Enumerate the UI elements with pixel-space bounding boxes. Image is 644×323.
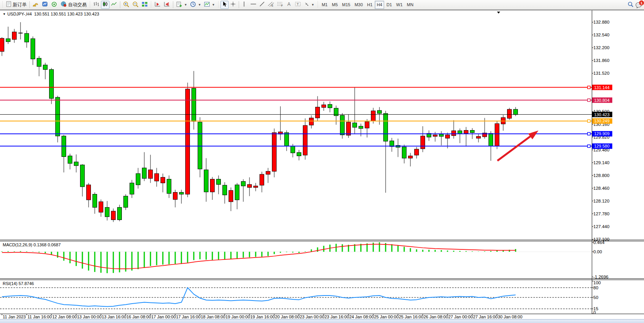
axis-label: 127.440: [593, 224, 610, 229]
bull-candle: [192, 88, 196, 121]
timeframe-button-M5[interactable]: M5: [330, 1, 340, 9]
cursor-button[interactable]: [220, 1, 229, 9]
level-price-badge-text: 129.909: [594, 131, 610, 136]
auto-trade-globe-icon: [60, 1, 67, 8]
bar-chart-type-button[interactable]: [92, 1, 101, 9]
chevron-down-icon: ▼: [212, 3, 215, 7]
time-axis-label: 27 Jan 00:00: [448, 314, 473, 319]
toolbar-drag-handle[interactable]: [217, 1, 219, 8]
time-axis-label: 12 Jan 08:00: [52, 314, 77, 319]
market-watch-button[interactable]: [31, 1, 40, 9]
bull-candle: [285, 132, 289, 146]
template-button[interactable]: ▼: [203, 1, 216, 9]
timeframe-button-H1[interactable]: H1: [365, 1, 374, 9]
bear-candle: [316, 107, 320, 118]
bear-candle: [99, 202, 103, 212]
tile-windows-button[interactable]: [140, 1, 149, 9]
cursor-icon: [222, 1, 227, 8]
arrows-button[interactable]: ▼: [302, 1, 316, 9]
search-button[interactable]: [626, 1, 635, 9]
bear-candle: [303, 125, 307, 155]
toolbar-drag-handle[interactable]: [89, 1, 91, 8]
time-axis-label: 11 Jan 16:00: [27, 314, 52, 319]
bull-candle: [235, 185, 239, 200]
chart-shift-button[interactable]: [162, 1, 171, 9]
bear-candle: [260, 174, 264, 185]
bull-candle: [217, 179, 221, 185]
bear-candle: [87, 185, 91, 200]
time-axis-label: 16 Jan 08:00: [126, 314, 151, 319]
notifications-button[interactable]: 💬 1: [635, 1, 643, 9]
bull-candle: [56, 97, 60, 136]
crosshair-button[interactable]: [229, 1, 237, 9]
bull-candle: [118, 207, 122, 220]
time-axis-label: 19 Jan 00:00: [225, 314, 250, 319]
toolbar-drag-handle[interactable]: [317, 1, 319, 8]
chart-canvas[interactable]: 132.880132.540132.200131.860131.520130.5…: [0, 10, 644, 320]
bull-candle: [142, 168, 147, 179]
svg-text:F: F: [281, 4, 283, 7]
vertical-line-button[interactable]: [241, 1, 249, 9]
axis-label: 128.120: [593, 199, 610, 203]
new-chart-button[interactable]: ▼: [175, 1, 188, 9]
bear-candle: [507, 109, 512, 118]
zoom-in-button[interactable]: [122, 1, 131, 9]
time-axis-label: 13 Jan 16:00: [102, 314, 126, 319]
toolbar-drag-handle[interactable]: [2, 1, 3, 8]
axis-label: -1.2696: [593, 275, 608, 279]
timeframe-button-M30[interactable]: M30: [353, 1, 365, 9]
zoom-in-icon: [123, 1, 130, 9]
new-chart-icon: [176, 1, 183, 9]
time-axis-label: 26 Jan 08:00: [424, 314, 448, 319]
status-strip: [0, 319, 644, 323]
candlestick-type-button[interactable]: [101, 1, 109, 9]
crosshair-icon: [230, 1, 236, 8]
period-button[interactable]: ▼: [189, 1, 202, 9]
signals-button[interactable]: [50, 1, 59, 9]
bull-candle: [489, 133, 493, 146]
timeframe-button-D1[interactable]: D1: [384, 1, 394, 9]
trendline-button[interactable]: [258, 1, 266, 9]
bull-candle: [378, 110, 382, 113]
bull-candle: [297, 153, 301, 156]
timeframe-button-M15[interactable]: M15: [340, 1, 352, 9]
chart-menu-triangle-icon[interactable]: ▼: [3, 12, 6, 16]
bull-candle: [390, 141, 394, 147]
clock-icon: [190, 1, 196, 9]
toolbar-drag-handle[interactable]: [150, 1, 152, 8]
bull-candle: [402, 147, 407, 158]
timeframe-button-M1[interactable]: M1: [320, 1, 330, 9]
bull-candle: [124, 196, 128, 207]
line-chart-type-button[interactable]: [110, 1, 118, 9]
axis-label: 127.780: [593, 211, 610, 216]
time-axis-label: 11 Jan 2023: [3, 314, 26, 319]
search-icon: [627, 1, 634, 9]
time-axis-label: 25 Jan 00:00: [374, 314, 399, 319]
bear-candle: [477, 136, 481, 138]
bear-candle: [446, 135, 450, 138]
time-axis: 11 Jan 202311 Jan 16:0012 Jan 08:0013 Ja…: [2, 314, 523, 319]
timeframe-button-H4[interactable]: H4: [375, 1, 384, 9]
text-label-button[interactable]: T: [294, 1, 302, 9]
new-order-button[interactable]: 新订单: [5, 1, 28, 9]
data-window-button[interactable]: [41, 1, 50, 9]
zoom-out-button[interactable]: [131, 1, 140, 9]
zoom-out-icon: [132, 1, 139, 9]
bear-candle: [173, 192, 178, 199]
auto-trade-button[interactable]: 自动交易: [59, 1, 88, 9]
bull-candle: [80, 165, 85, 187]
auto-scroll-button[interactable]: [153, 1, 162, 9]
chart-shift-icon: [164, 1, 170, 8]
bear-candle: [371, 111, 376, 121]
horizontal-line-button[interactable]: [249, 1, 258, 9]
bear-candle: [161, 177, 165, 183]
line-anchor-handle: [588, 120, 590, 122]
fibonacci-button[interactable]: F: [276, 1, 285, 9]
text-button[interactable]: A: [285, 1, 293, 9]
chart-symbol-period: USDJPY-,H4: [7, 12, 32, 16]
bull-candle: [43, 65, 48, 70]
timeframe-button-MN[interactable]: MN: [405, 1, 415, 9]
equidistant-channel-button[interactable]: E: [266, 1, 275, 9]
axis-label: 0.00: [593, 249, 602, 254]
timeframe-button-W1[interactable]: W1: [394, 1, 405, 9]
